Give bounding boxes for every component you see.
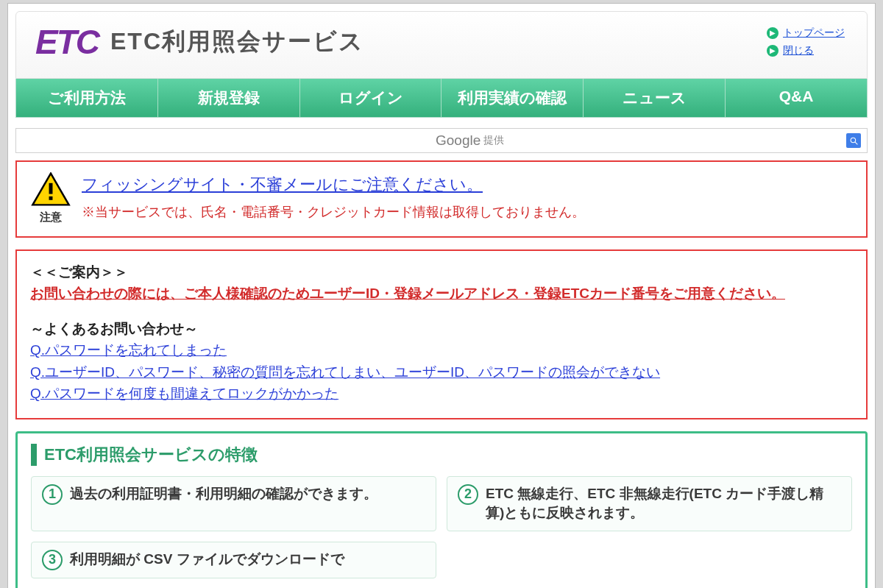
page-container: ETC ETC利用照会サービス ▶ トップページ ▶ 閉じる ご利用方法 新規登… — [7, 3, 876, 588]
svg-point-0 — [851, 138, 856, 143]
site-title: ETC利用照会サービス — [110, 26, 364, 58]
nav-register[interactable]: 新規登録 — [158, 79, 300, 117]
features-section: ETC利用照会サービスの特徴 1 過去の利用証明書・利用明細の確認ができます。 … — [15, 431, 868, 588]
nav-history[interactable]: 利用実績の確認 — [442, 79, 584, 117]
top-page-link[interactable]: トップページ — [783, 26, 845, 40]
site-header: ETC ETC利用照会サービス ▶ トップページ ▶ 閉じる — [15, 11, 868, 79]
svg-rect-3 — [49, 183, 53, 194]
feature-text: ETC 無線走行、ETC 非無線走行(ETC カード手渡し精算)ともに反映されま… — [486, 484, 841, 523]
search-button[interactable] — [846, 133, 861, 148]
phishing-alert-box: 注意 フィッシングサイト・不審メールにご注意ください。 ※当サービスでは、氏名・… — [15, 160, 868, 238]
info-box: ＜＜ご案内＞＞ お問い合わせの際には、ご本人様確認のためユーザーID・登録メール… — [15, 249, 868, 419]
arrow-right-icon: ▶ — [767, 27, 779, 39]
nav-qa[interactable]: Q&A — [726, 79, 867, 117]
feature-card: 2 ETC 無線走行、ETC 非無線走行(ETC カード手渡し精算)ともに反映さ… — [447, 476, 852, 531]
svg-rect-4 — [49, 196, 53, 200]
faq-heading: ～よくあるお問い合わせ～ — [30, 318, 853, 339]
warning-label: 注意 — [30, 210, 71, 224]
svg-line-1 — [855, 142, 857, 144]
faq-link[interactable]: Q.ユーザーID、パスワード、秘密の質問を忘れてしまい、ユーザーID、パスワード… — [30, 361, 853, 383]
search-provider-label: Google — [436, 132, 480, 149]
phishing-alert-note: ※当サービスでは、氏名・電話番号・クレジットカード情報は取得しておりません。 — [82, 203, 585, 221]
phishing-alert-link[interactable]: フィッシングサイト・不審メールにご注意ください。 — [82, 174, 483, 196]
feature-number-badge: 2 — [458, 484, 478, 505]
nav-usage[interactable]: ご利用方法 — [16, 79, 158, 117]
features-title: ETC利用照会サービスの特徴 — [31, 444, 852, 466]
search-provider-sub: 提供 — [483, 134, 504, 147]
close-link[interactable]: 閉じる — [783, 44, 814, 57]
nav-login[interactable]: ログイン — [300, 79, 442, 117]
search-icon — [849, 136, 859, 146]
guide-heading: ＜＜ご案内＞＞ — [30, 261, 853, 283]
search-bar[interactable]: Google 提供 — [15, 128, 868, 153]
feature-text: 利用明細が CSV ファイルでダウンロードで — [70, 550, 344, 570]
guide-red-notice: お問い合わせの際には、ご本人様確認のためユーザーID・登録メールアドレス・登録E… — [30, 283, 853, 304]
feature-text: 過去の利用証明書・利用明細の確認ができます。 — [70, 484, 377, 504]
faq-link[interactable]: Q.パスワードを忘れてしまった — [30, 339, 853, 361]
faq-list: Q.パスワードを忘れてしまった Q.ユーザーID、パスワード、秘密の質問を忘れて… — [30, 339, 853, 404]
main-nav: ご利用方法 新規登録 ログイン 利用実績の確認 ニュース Q&A — [15, 79, 868, 118]
faq-link[interactable]: Q.パスワードを何度も間違えてロックがかかった — [30, 383, 853, 404]
logo: ETC — [35, 22, 99, 62]
feature-number-badge: 1 — [42, 484, 63, 505]
feature-number-badge: 3 — [42, 550, 63, 570]
nav-news[interactable]: ニュース — [584, 79, 726, 117]
header-links: ▶ トップページ ▶ 閉じる — [767, 26, 845, 62]
feature-card: 3 利用明細が CSV ファイルでダウンロードで — [31, 542, 436, 578]
arrow-right-icon: ▶ — [767, 45, 779, 57]
feature-card: 1 過去の利用証明書・利用明細の確認ができます。 — [31, 476, 436, 531]
warning-icon: 注意 — [30, 172, 71, 224]
